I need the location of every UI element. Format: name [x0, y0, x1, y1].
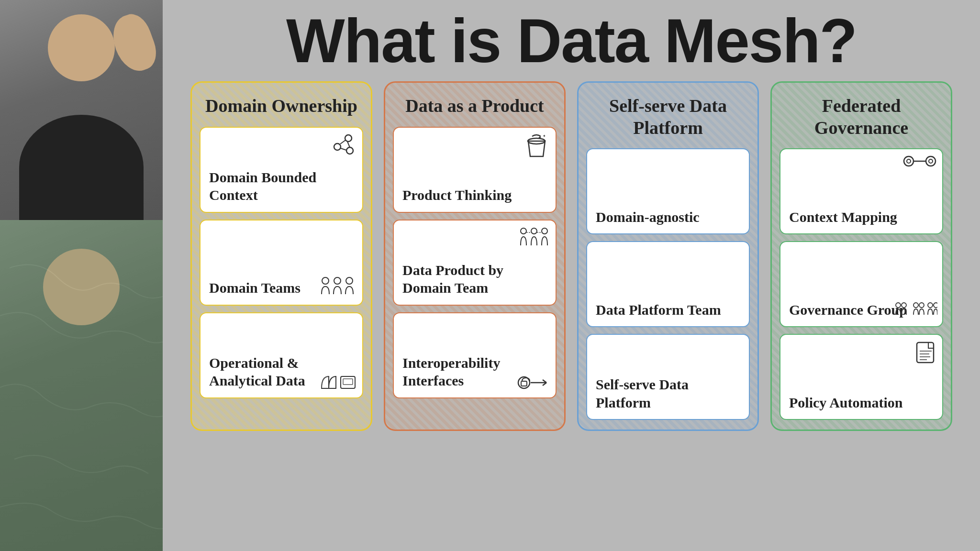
svg-point-3 — [346, 147, 353, 154]
content-area: What is Data Mesh? Domain Ownership Doma… — [163, 0, 980, 551]
pillar-self-serve-data-platform-title: Self-serve Data Platform — [586, 92, 750, 142]
card-governance-group: Governance Group — [780, 241, 943, 327]
svg-point-16 — [521, 228, 526, 234]
card-data-platform-team: Data Platform Team — [586, 241, 750, 327]
card-domain-teams-text: Domain Teams — [209, 279, 301, 297]
svg-rect-12 — [343, 379, 353, 385]
context-mapping-icon — [903, 154, 936, 170]
svg-text:✦: ✦ — [543, 134, 546, 138]
pillar-data-as-a-product: Data as a Product ✦ ✦ Product Thinking — [384, 81, 566, 431]
svg-point-33 — [913, 303, 918, 308]
pillar-data-as-a-product-title: Data as a Product — [393, 92, 557, 120]
policy-icon — [915, 341, 936, 366]
svg-point-29 — [929, 159, 933, 163]
svg-point-26 — [904, 156, 913, 166]
svg-point-31 — [896, 303, 901, 308]
svg-point-1 — [345, 135, 352, 142]
svg-text:✦: ✦ — [538, 135, 542, 140]
video-container — [0, 0, 163, 551]
card-governance-group-text: Governance Group — [789, 301, 907, 319]
interop-icon — [515, 373, 549, 392]
card-context-mapping-text: Context Mapping — [789, 208, 897, 226]
people-icon — [320, 276, 356, 299]
pillar-domain-ownership: Domain Ownership Domain Bounded Context … — [190, 81, 372, 431]
pillar-federated-governance: Federated Governance Context Mapping Gov… — [770, 81, 952, 431]
card-domain-bounded-context-text: Domain Bounded Context — [209, 168, 354, 204]
card-context-mapping: Context Mapping — [780, 148, 943, 234]
card-policy-automation: Policy Automation — [780, 334, 943, 420]
pillar-self-serve-data-platform: Self-serve Data Platform Domain-agnostic… — [577, 81, 759, 431]
network-icon — [327, 133, 356, 157]
card-domain-agnostic: Domain-agnostic — [586, 148, 750, 234]
svg-point-27 — [907, 159, 911, 163]
card-self-serve-data-platform-text: Self-serve Data Platform — [596, 375, 740, 411]
card-domain-agnostic-text: Domain-agnostic — [596, 208, 700, 226]
card-policy-automation-text: Policy Automation — [789, 394, 903, 412]
card-product-thinking: ✦ ✦ Product Thinking — [393, 127, 557, 213]
card-data-product-by-domain-team-text: Data Product by Domain Team — [402, 261, 547, 297]
video-bottom — [0, 220, 163, 551]
map-background — [0, 220, 163, 551]
svg-line-6 — [341, 148, 346, 150]
svg-point-2 — [334, 143, 341, 150]
card-interoperability-interfaces: Interoperability Interfaces — [393, 312, 557, 398]
team-icon — [519, 225, 550, 249]
pillar-domain-ownership-title: Domain Ownership — [200, 92, 363, 120]
card-product-thinking-text: Product Thinking — [402, 186, 512, 204]
video-top — [0, 0, 163, 220]
svg-point-35 — [928, 303, 933, 308]
svg-line-4 — [340, 140, 345, 144]
svg-point-34 — [919, 303, 924, 308]
main-title: What is Data Mesh? — [182, 10, 961, 72]
books-icon — [319, 374, 357, 393]
card-data-product-by-domain-team: Data Product by Domain Team — [393, 220, 557, 306]
svg-point-28 — [926, 156, 935, 166]
svg-line-5 — [347, 142, 350, 147]
svg-rect-22 — [521, 381, 527, 386]
svg-point-7 — [322, 277, 329, 284]
svg-point-17 — [531, 228, 537, 234]
product-icon: ✦ ✦ — [523, 132, 550, 161]
card-self-serve-data-platform: Self-serve Data Platform — [586, 334, 750, 420]
svg-point-9 — [346, 277, 353, 284]
svg-point-32 — [902, 303, 906, 308]
card-operational-analytical-data: Operational & Analytical Data — [200, 312, 363, 398]
svg-point-36 — [934, 303, 937, 308]
svg-point-18 — [542, 228, 547, 234]
svg-point-8 — [334, 277, 341, 284]
card-data-platform-team-text: Data Platform Team — [596, 301, 721, 319]
pillar-federated-governance-title: Federated Governance — [780, 92, 943, 142]
card-domain-teams: Domain Teams — [200, 220, 363, 306]
pillars-container: Domain Ownership Domain Bounded Context … — [182, 81, 961, 431]
governance-group-icon — [894, 300, 937, 321]
card-domain-bounded-context: Domain Bounded Context — [200, 127, 363, 213]
